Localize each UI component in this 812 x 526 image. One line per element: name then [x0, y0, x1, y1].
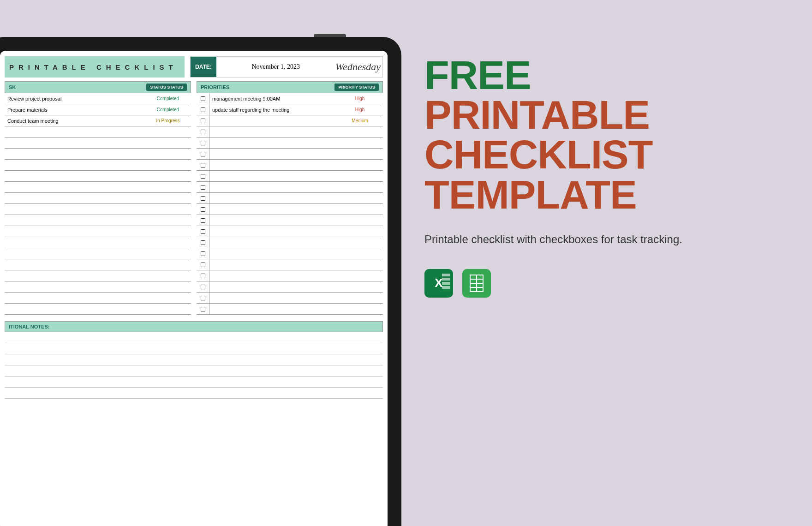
checkbox-cell[interactable] [197, 226, 209, 237]
task-row-empty [5, 171, 191, 182]
excel-bars-icon [442, 274, 450, 290]
checkbox-icon [201, 285, 205, 289]
notes-line [5, 332, 383, 343]
task-status: Completed [145, 107, 191, 112]
checkbox-cell[interactable] [197, 115, 209, 126]
checkbox-cell[interactable] [197, 104, 209, 115]
priority-row-empty [197, 126, 383, 137]
task-header-label: SK [9, 84, 16, 90]
checkbox-cell[interactable] [197, 281, 209, 292]
priority-row-empty [197, 248, 383, 259]
checkbox-icon [201, 240, 205, 245]
priority-text: management meeting 9:00AM [209, 96, 337, 102]
checkbox-icon [201, 96, 205, 101]
checkbox-icon [201, 130, 205, 134]
priority-row-empty [197, 215, 383, 226]
task-row-empty [5, 215, 191, 226]
task-row-empty [5, 304, 191, 315]
notes-line [5, 388, 383, 399]
device-screen: PRINTABLE CHECKLIST DATE: November 1, 20… [0, 51, 388, 526]
task-text: Review project proposal [5, 96, 145, 102]
priority-status-header: PRIORITY STATUS [334, 84, 379, 91]
day-of-week: Wednesday [335, 61, 382, 73]
notes-line [5, 343, 383, 354]
task-row-empty [5, 248, 191, 259]
date-bar: DATE: November 1, 2023 Wednesday [190, 56, 383, 78]
priority-row-empty [197, 259, 383, 270]
checkbox-icon [201, 307, 205, 311]
google-sheets-icon[interactable] [462, 269, 491, 298]
priority-status: High [337, 107, 383, 112]
checkbox-icon [201, 108, 205, 112]
task-row-empty [5, 193, 191, 204]
checkbox-cell[interactable] [197, 304, 209, 314]
excel-icon[interactable]: X [424, 269, 453, 298]
checkbox-cell[interactable] [197, 248, 209, 259]
checkbox-icon [201, 263, 205, 267]
task-row-empty [5, 137, 191, 149]
date-label: DATE: [191, 57, 216, 77]
checkbox-cell[interactable] [197, 270, 209, 281]
priority-row-empty [197, 204, 383, 215]
checkbox-cell[interactable] [197, 93, 209, 104]
task-row: Conduct team meetingIn Progress [5, 115, 191, 126]
checkbox-icon [201, 141, 205, 145]
checkbox-cell[interactable] [197, 182, 209, 192]
subtitle: Printable checklist with checkboxes for … [424, 233, 775, 246]
checkbox-cell[interactable] [197, 171, 209, 181]
checkbox-icon [201, 207, 205, 212]
task-row-empty [5, 237, 191, 248]
notes-line [5, 365, 383, 377]
notes-header: ITIONAL NOTES: [5, 321, 383, 332]
task-row-empty [5, 182, 191, 193]
priority-row-empty [197, 237, 383, 248]
headline-line2: CHECKLIST [424, 135, 775, 174]
tasks-column: SK STATUS STATUS Review project proposal… [5, 81, 191, 315]
priority-status: Medium [337, 118, 383, 123]
task-row-empty [5, 293, 191, 304]
task-row-empty [5, 259, 191, 270]
checkbox-cell[interactable] [197, 259, 209, 270]
checkbox-cell[interactable] [197, 293, 209, 303]
checkbox-cell[interactable] [197, 215, 209, 226]
tasks-header: SK STATUS STATUS [5, 81, 191, 93]
checkbox-icon [201, 152, 205, 156]
checkbox-cell[interactable] [197, 204, 209, 215]
priority-text: update staff regarding the meeting [209, 107, 337, 113]
headline-free: FREE [424, 55, 775, 95]
task-row: Prepare materialsCompleted [5, 104, 191, 115]
checkbox-cell[interactable] [197, 237, 209, 248]
notes-section: ITIONAL NOTES: [5, 321, 383, 399]
priority-row: Medium [197, 115, 383, 126]
priorities-header: PRIORITIES PRIORITY STATUS [197, 81, 383, 93]
task-row-empty [5, 160, 191, 171]
checkbox-icon [201, 296, 205, 300]
priority-status: High [337, 96, 383, 101]
task-status-header: STATUS STATUS [146, 84, 187, 91]
task-status: In Progress [145, 118, 191, 123]
priority-row-empty [197, 160, 383, 171]
checkbox-icon [201, 229, 205, 234]
headline-line3: TEMPLATE [424, 175, 775, 215]
priority-row-empty [197, 193, 383, 204]
task-row-empty [5, 204, 191, 215]
priorities-column: PRIORITIES PRIORITY STATUS management me… [197, 81, 383, 315]
priority-row-empty [197, 270, 383, 281]
checkbox-cell[interactable] [197, 160, 209, 170]
checkbox-icon [201, 251, 205, 256]
checkbox-icon [201, 218, 205, 223]
date-value: November 1, 2023 [216, 63, 335, 71]
checkbox-cell[interactable] [197, 149, 209, 159]
notes-line [5, 354, 383, 365]
priority-row-empty [197, 171, 383, 182]
checkbox-icon [201, 196, 205, 201]
checklist-title: PRINTABLE CHECKLIST [5, 56, 185, 78]
checkbox-cell[interactable] [197, 126, 209, 137]
checkbox-cell[interactable] [197, 193, 209, 203]
priority-row: management meeting 9:00AMHigh [197, 93, 383, 104]
checkbox-cell[interactable] [197, 137, 209, 148]
task-row-empty [5, 281, 191, 293]
priority-row-empty [197, 149, 383, 160]
task-row-empty [5, 149, 191, 160]
checkbox-icon [201, 174, 205, 179]
